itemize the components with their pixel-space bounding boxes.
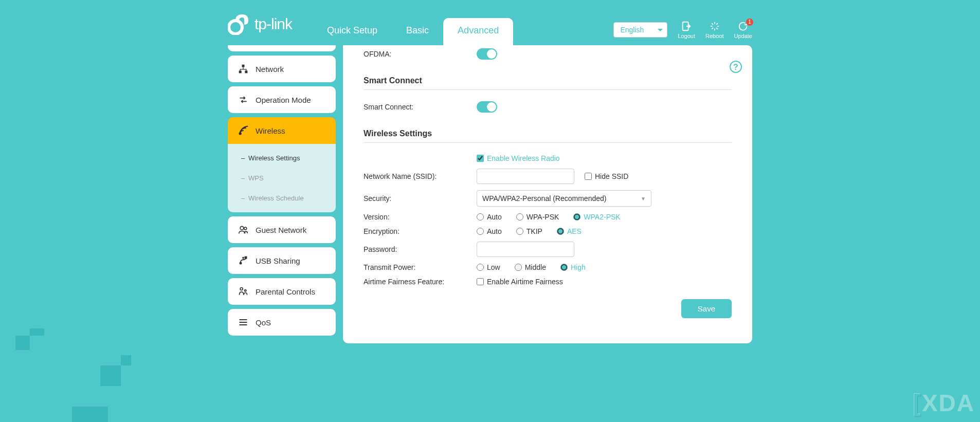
hide-ssid-checkbox[interactable]: Hide SSID [585, 172, 628, 180]
password-input[interactable] [477, 242, 574, 257]
usb-icon [238, 255, 248, 266]
subnav-wireless-settings[interactable]: Wireless Settings [228, 148, 336, 168]
subnav-wireless-schedule[interactable]: Wireless Schedule [228, 188, 336, 208]
enable-wireless-radio-checkbox[interactable]: Enable Wireless Radio [477, 154, 560, 162]
version-label: Version: [364, 213, 477, 221]
security-select[interactable]: WPA/WPA2-Personal (Recommended) [477, 190, 651, 207]
airtime-fairness-checkbox[interactable]: Enable Airtime Fairness [477, 278, 563, 286]
logout-icon [681, 21, 692, 32]
language-select[interactable]: English [613, 22, 667, 38]
watermark: [XDA [913, 389, 975, 417]
svg-rect-2 [242, 65, 245, 67]
ssid-label: Network Name (SSID): [364, 172, 477, 180]
smart-connect-toggle[interactable] [477, 101, 497, 113]
wireless-submenu: Wireless Settings WPS Wireless Schedule [228, 144, 336, 212]
guest-network-icon [238, 225, 248, 235]
sidebar-item-guest-network[interactable]: Guest Network [228, 216, 336, 243]
logout-button[interactable]: Logout [678, 21, 695, 39]
smart-connect-label: Smart Connect: [364, 103, 477, 111]
network-icon [238, 64, 248, 74]
sidebar-item-wireless[interactable]: Wireless [228, 117, 336, 144]
reboot-icon [709, 21, 720, 32]
svg-point-8 [240, 262, 241, 264]
subnav-wps[interactable]: WPS [228, 168, 336, 188]
svg-point-11 [245, 290, 246, 291]
svg-point-7 [244, 227, 247, 230]
version-wpapsk-radio[interactable]: WPA-PSK [516, 213, 559, 221]
sidebar-item-parental-controls[interactable]: Parental Controls [228, 278, 336, 305]
svg-point-6 [240, 226, 244, 230]
brand-name: tp-link [255, 15, 292, 33]
qos-icon [238, 317, 248, 327]
encryption-label: Encryption: [364, 227, 477, 235]
sidebar-item-network[interactable]: Network [228, 56, 336, 82]
reboot-button[interactable]: Reboot [705, 21, 723, 39]
sidebar-item-qos[interactable]: QoS [228, 309, 336, 336]
svg-point-0 [229, 21, 242, 34]
transmit-low-radio[interactable]: Low [477, 263, 500, 271]
help-icon[interactable]: ? [730, 61, 742, 73]
security-label: Security: [364, 194, 477, 203]
transmit-high-radio[interactable]: High [560, 263, 586, 271]
svg-rect-4 [245, 70, 247, 73]
update-button[interactable]: 1 Update [734, 21, 752, 39]
wireless-icon [238, 125, 248, 136]
wireless-settings-title: Wireless Settings [364, 116, 732, 143]
svg-rect-3 [239, 70, 242, 73]
encryption-tkip-radio[interactable]: TKIP [516, 227, 542, 235]
sidebar-item-partial[interactable] [228, 45, 336, 51]
ofdma-toggle[interactable] [477, 48, 497, 60]
svg-point-5 [240, 133, 241, 134]
content-panel: ? OFDMA: Smart Connect Smart Connect: Wi… [343, 45, 752, 343]
smart-connect-title: Smart Connect [364, 63, 732, 90]
parental-icon [238, 286, 248, 297]
tab-basic[interactable]: Basic [392, 18, 443, 45]
transmit-power-label: Transmit Power: [364, 263, 477, 271]
svg-rect-9 [245, 257, 246, 259]
encryption-auto-radio[interactable]: Auto [477, 227, 502, 235]
brand-logo: tp-link [228, 13, 292, 45]
svg-point-10 [240, 288, 243, 290]
tab-quick-setup[interactable]: Quick Setup [313, 18, 392, 45]
tplink-logo-icon [228, 13, 249, 35]
sidebar: Network Operation Mode Wireless Wireless… [228, 45, 336, 343]
encryption-aes-radio[interactable]: AES [557, 227, 582, 235]
transmit-middle-radio[interactable]: Middle [515, 263, 546, 271]
update-badge: 1 [746, 19, 753, 26]
ofdma-label: OFDMA: [364, 50, 477, 58]
version-wpa2psk-radio[interactable]: WPA2-PSK [573, 213, 620, 221]
operation-mode-icon [238, 95, 248, 105]
version-auto-radio[interactable]: Auto [477, 213, 502, 221]
password-label: Password: [364, 245, 477, 253]
ssid-input[interactable] [477, 169, 574, 184]
tab-advanced[interactable]: Advanced [443, 18, 513, 45]
save-button[interactable]: Save [681, 299, 732, 318]
sidebar-item-operation-mode[interactable]: Operation Mode [228, 86, 336, 113]
airtime-label: Airtime Fairness Feature: [364, 278, 477, 286]
sidebar-item-usb-sharing[interactable]: USB Sharing [228, 247, 336, 274]
